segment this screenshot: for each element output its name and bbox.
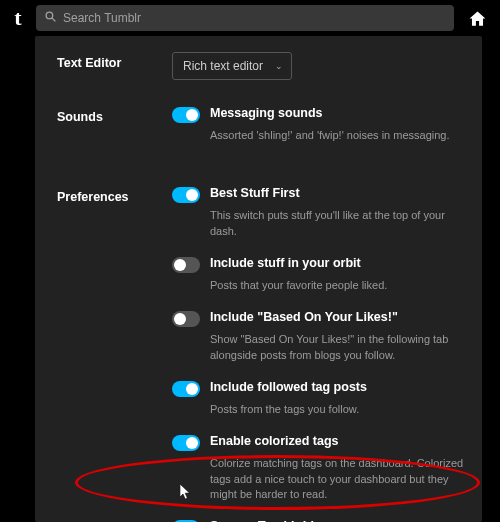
- option-desc: Colorize matching tags on the dashboard.…: [210, 456, 464, 504]
- option-title: Best Stuff First: [210, 186, 300, 200]
- option-title: Enable colorized tags: [210, 434, 339, 448]
- chevron-down-icon: ⌄: [275, 61, 283, 71]
- preferences-list: Best Stuff First This switch puts stuff …: [172, 186, 464, 522]
- option-desc: Posts that your favorite people liked.: [210, 278, 464, 294]
- option-desc: Assorted 'shling!' and 'fwip!' noises in…: [210, 128, 464, 144]
- option-title: Include "Based On Your Likes!": [210, 310, 398, 324]
- text-editor-dropdown[interactable]: Rich text editor ⌄: [172, 52, 292, 80]
- option-desc: Posts from the tags you follow.: [210, 402, 464, 418]
- search-input[interactable]: Search Tumblr: [36, 5, 454, 31]
- topbar: t Search Tumblr: [0, 0, 500, 36]
- section-label: Preferences: [57, 186, 172, 204]
- option-desc: This switch puts stuff you'll like at th…: [210, 208, 464, 240]
- option-desc: Show "Based On Your Likes!" in the follo…: [210, 332, 464, 364]
- option-title: Messaging sounds: [210, 106, 323, 120]
- toggle-followed-tag-posts[interactable]: [172, 381, 200, 397]
- section-sounds: Sounds Messaging sounds Assorted 'shling…: [57, 106, 464, 160]
- option-title: Include followed tag posts: [210, 380, 367, 394]
- home-icon[interactable]: [462, 9, 492, 28]
- toggle-include-orbit[interactable]: [172, 257, 200, 273]
- toggle-messaging-sounds[interactable]: [172, 107, 200, 123]
- search-icon: [44, 10, 57, 26]
- section-label: Sounds: [57, 106, 172, 124]
- section-label: Text Editor: [57, 52, 172, 70]
- tumblr-logo[interactable]: t: [8, 4, 28, 32]
- section-text-editor: Text Editor Rich text editor ⌄: [57, 52, 464, 80]
- svg-point-0: [46, 12, 53, 19]
- toggle-colorized-tags[interactable]: [172, 435, 200, 451]
- svg-line-1: [52, 18, 55, 21]
- search-placeholder: Search Tumblr: [63, 11, 141, 25]
- toggle-based-on-likes[interactable]: [172, 311, 200, 327]
- section-preferences: Preferences Best Stuff First This switch…: [57, 186, 464, 522]
- option-title: Include stuff in your orbit: [210, 256, 361, 270]
- dropdown-value: Rich text editor: [183, 59, 263, 73]
- settings-panel: Text Editor Rich text editor ⌄ Sounds Me…: [35, 36, 482, 522]
- toggle-best-stuff-first[interactable]: [172, 187, 200, 203]
